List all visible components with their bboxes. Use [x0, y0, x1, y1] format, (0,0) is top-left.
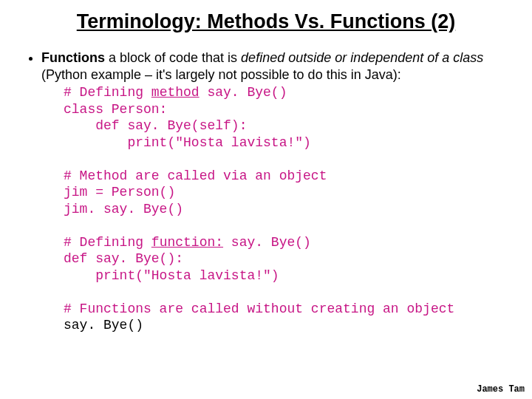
slide: Terminology: Methods Vs. Functions (2) F… [0, 0, 532, 399]
code-line: print("Hosta lavista!") [64, 135, 311, 150]
bullet-lead: Functions [41, 50, 105, 65]
code-line: jim. say. Bye() [64, 202, 183, 216]
code-line: # Functions are called without creating … [64, 301, 454, 316]
code-line: def say. Bye(self): [64, 118, 247, 133]
code-line: jim = Person() [64, 185, 175, 200]
code-line: # Defining method say. Bye() [64, 85, 287, 100]
bullet-list: Functions a block of code that is define… [28, 50, 510, 334]
footer-author: James Tam [477, 384, 525, 395]
bullet-text-2: (Python example – it's largely not possi… [41, 67, 401, 82]
slide-title: Terminology: Methods Vs. Functions (2) [22, 10, 510, 33]
code-line: # Method are called via an object [64, 168, 327, 183]
bullet-defined: defined outside or independent of a clas… [241, 50, 483, 65]
bullet-text-1: a block of code that is [105, 50, 241, 65]
code-line: def say. Bye(): [64, 251, 183, 266]
code-line: print("Hosta lavista!") [64, 268, 279, 283]
bullet-item: Functions a block of code that is define… [41, 50, 510, 334]
code-line: # Defining function: say. Bye() [64, 235, 311, 250]
code-line: class Person: [64, 102, 167, 117]
code-line: say. Bye() [64, 318, 143, 332]
code-block-1: # Defining method say. Bye() class Perso… [64, 84, 510, 334]
